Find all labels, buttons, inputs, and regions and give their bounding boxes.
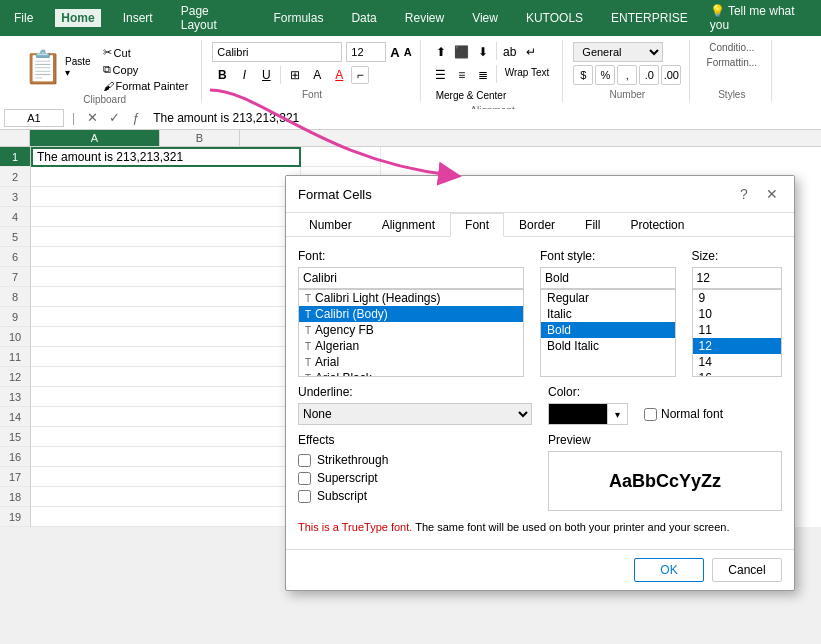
home-tab[interactable]: Home bbox=[55, 9, 100, 27]
formatting-button[interactable]: Formattin... bbox=[707, 57, 758, 68]
size-11[interactable]: 11 bbox=[693, 322, 781, 338]
tell-me[interactable]: 💡 Tell me what you bbox=[710, 4, 813, 32]
cell-a18[interactable] bbox=[31, 487, 301, 507]
row-num-9[interactable]: 9 bbox=[0, 307, 30, 327]
cell-a15[interactable] bbox=[31, 427, 301, 447]
data-tab[interactable]: Data bbox=[345, 9, 382, 27]
cell-a17[interactable] bbox=[31, 467, 301, 487]
cut-button[interactable]: ✂ Cut bbox=[98, 44, 194, 61]
dialog-help-button[interactable]: ? bbox=[734, 184, 754, 204]
currency-button[interactable]: $ bbox=[573, 65, 593, 85]
cell-a13[interactable] bbox=[31, 387, 301, 407]
size-16[interactable]: 16 bbox=[693, 370, 781, 377]
row-num-3[interactable]: 3 bbox=[0, 187, 30, 207]
size-14[interactable]: 14 bbox=[693, 354, 781, 370]
cell-a4[interactable] bbox=[31, 207, 301, 227]
formula-input[interactable] bbox=[149, 109, 817, 127]
cancel-formula-icon[interactable]: ✕ bbox=[83, 109, 101, 127]
color-swatch[interactable] bbox=[548, 403, 608, 425]
row-num-1[interactable]: 1 bbox=[0, 147, 30, 167]
font-size-field[interactable] bbox=[692, 267, 782, 289]
conditional-formatting-button[interactable]: Conditio... bbox=[709, 42, 754, 53]
font-list-item-selected[interactable]: T Calibri (Body) bbox=[299, 306, 523, 322]
align-bottom-button[interactable]: ⬇ bbox=[473, 42, 493, 62]
font-list-item[interactable]: T Arial bbox=[299, 354, 523, 370]
row-num-15[interactable]: 15 bbox=[0, 427, 30, 447]
strikethrough-checkbox[interactable] bbox=[298, 454, 311, 467]
wrap-text-button[interactable]: Wrap Text bbox=[500, 65, 555, 85]
cell-a16[interactable] bbox=[31, 447, 301, 467]
cell-a19[interactable] bbox=[31, 507, 301, 527]
cell-a12[interactable] bbox=[31, 367, 301, 387]
row-num-10[interactable]: 10 bbox=[0, 327, 30, 347]
align-top-button[interactable]: ⬆ bbox=[431, 42, 451, 62]
row-num-5[interactable]: 5 bbox=[0, 227, 30, 247]
increase-decimal-button[interactable]: .00 bbox=[661, 65, 681, 85]
dialog-close-button[interactable]: ✕ bbox=[762, 184, 782, 204]
underline-select[interactable]: None bbox=[298, 403, 532, 425]
font-launcher[interactable]: ⌐ bbox=[351, 66, 369, 84]
align-right-button[interactable]: ≣ bbox=[473, 65, 493, 85]
size-list[interactable]: 9 10 11 12 14 16 bbox=[692, 289, 782, 377]
row-num-7[interactable]: 7 bbox=[0, 267, 30, 287]
font-list-item[interactable]: T Calibri Light (Headings) bbox=[299, 290, 523, 306]
normal-font-checkbox[interactable] bbox=[644, 408, 657, 421]
text-direction-button[interactable]: ab bbox=[500, 42, 520, 62]
cell-b1[interactable] bbox=[301, 147, 381, 167]
row-num-4[interactable]: 4 bbox=[0, 207, 30, 227]
underline-button[interactable]: U bbox=[256, 65, 276, 85]
row-num-14[interactable]: 14 bbox=[0, 407, 30, 427]
font-name-field[interactable] bbox=[298, 267, 524, 289]
font-style-field[interactable] bbox=[540, 267, 676, 289]
decrease-decimal-button[interactable]: .0 bbox=[639, 65, 659, 85]
color-dropdown-button[interactable]: ▾ bbox=[608, 403, 628, 425]
cell-a8[interactable] bbox=[31, 287, 301, 307]
italic-button[interactable]: I bbox=[234, 65, 254, 85]
align-left-button[interactable]: ☰ bbox=[431, 65, 451, 85]
indent-button[interactable]: ↵ bbox=[521, 42, 541, 62]
row-num-2[interactable]: 2 bbox=[0, 167, 30, 187]
tab-alignment[interactable]: Alignment bbox=[367, 213, 450, 237]
style-italic[interactable]: Italic bbox=[541, 306, 675, 322]
font-size-decrease[interactable]: A bbox=[404, 46, 412, 58]
cell-a3[interactable] bbox=[31, 187, 301, 207]
cell-a9[interactable] bbox=[31, 307, 301, 327]
style-bold-italic[interactable]: Bold Italic bbox=[541, 338, 675, 354]
row-num-11[interactable]: 11 bbox=[0, 347, 30, 367]
file-tab[interactable]: File bbox=[8, 9, 39, 27]
number-format-select[interactable]: General bbox=[573, 42, 663, 62]
superscript-checkbox[interactable] bbox=[298, 472, 311, 485]
percent-button[interactable]: % bbox=[595, 65, 615, 85]
row-num-12[interactable]: 12 bbox=[0, 367, 30, 387]
font-color-button[interactable]: A bbox=[329, 65, 349, 85]
cell-a14[interactable] bbox=[31, 407, 301, 427]
font-list-item[interactable]: T Agency FB bbox=[299, 322, 523, 338]
bold-button[interactable]: B bbox=[212, 65, 232, 85]
font-size-input[interactable] bbox=[346, 42, 386, 62]
tab-fill[interactable]: Fill bbox=[570, 213, 615, 237]
cell-a10[interactable] bbox=[31, 327, 301, 347]
subscript-checkbox[interactable] bbox=[298, 490, 311, 503]
cell-a6[interactable] bbox=[31, 247, 301, 267]
font-name-input[interactable] bbox=[212, 42, 342, 62]
style-regular[interactable]: Regular bbox=[541, 290, 675, 306]
page-layout-tab[interactable]: Page Layout bbox=[175, 2, 252, 34]
cell-a11[interactable] bbox=[31, 347, 301, 367]
enterprise-tab[interactable]: ENTERPRISE bbox=[605, 9, 694, 27]
cell-a2[interactable] bbox=[31, 167, 301, 187]
formulas-tab[interactable]: Formulas bbox=[267, 9, 329, 27]
style-list[interactable]: Regular Italic Bold Bold Italic bbox=[540, 289, 676, 377]
size-12[interactable]: 12 bbox=[693, 338, 781, 354]
align-middle-button[interactable]: ⬛ bbox=[452, 42, 472, 62]
font-list-item[interactable]: T Algerian bbox=[299, 338, 523, 354]
row-num-18[interactable]: 18 bbox=[0, 487, 30, 507]
paste-button[interactable]: 📋 Paste ▾ bbox=[16, 42, 98, 92]
row-num-16[interactable]: 16 bbox=[0, 447, 30, 467]
style-bold[interactable]: Bold bbox=[541, 322, 675, 338]
view-tab[interactable]: View bbox=[466, 9, 504, 27]
row-num-19[interactable]: 19 bbox=[0, 507, 30, 527]
row-num-17[interactable]: 17 bbox=[0, 467, 30, 487]
align-center-button[interactable]: ≡ bbox=[452, 65, 472, 85]
tab-number[interactable]: Number bbox=[294, 213, 367, 237]
row-num-6[interactable]: 6 bbox=[0, 247, 30, 267]
